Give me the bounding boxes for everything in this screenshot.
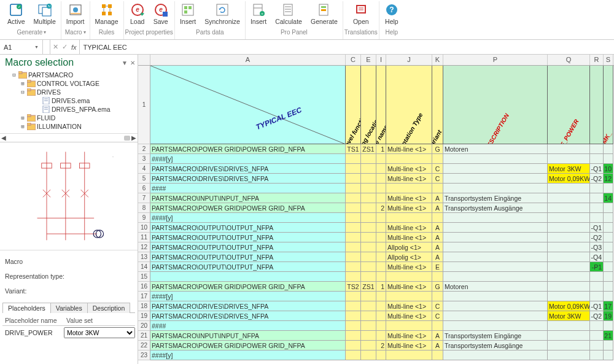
cell-Q[interactable] xyxy=(548,184,590,193)
cell-A[interactable]: PARTSMACRO\OUTPUT\OUTPUT_NFPA xyxy=(150,233,346,242)
cell-K[interactable]: C xyxy=(432,301,443,311)
tree-toggle-icon[interactable]: ⊞ xyxy=(20,115,26,121)
cell-K[interactable] xyxy=(432,292,443,301)
cell-P[interactable] xyxy=(443,184,548,193)
cell-P[interactable] xyxy=(443,223,548,233)
cell-J[interactable]: Allpolig <1> xyxy=(386,242,432,252)
cell-Q[interactable] xyxy=(548,272,590,282)
cell-C[interactable]: TS2 xyxy=(346,282,361,292)
cell-K[interactable]: A xyxy=(432,223,443,233)
cell-S[interactable] xyxy=(604,252,613,262)
col-I-header[interactable]: I xyxy=(376,55,386,65)
cell-J[interactable] xyxy=(386,321,432,331)
cell-A[interactable]: ####[y] xyxy=(150,292,346,301)
cell-P[interactable]: Motoren xyxy=(443,144,548,154)
col-P-header[interactable]: P xyxy=(443,55,548,65)
cell-S[interactable] xyxy=(604,262,613,272)
cell-J[interactable]: Allpolig <1> xyxy=(386,252,432,262)
cell-S[interactable] xyxy=(604,292,613,301)
load-button[interactable]: eLoad xyxy=(126,1,149,26)
row-18-header[interactable]: 18 xyxy=(138,301,150,311)
cell-R[interactable]: -P1 xyxy=(590,262,604,272)
cell-I[interactable]: 1 xyxy=(376,144,386,154)
cell-P[interactable] xyxy=(443,154,548,164)
generate-button[interactable]: Generate xyxy=(307,1,341,26)
cell-I[interactable] xyxy=(376,321,386,331)
cell-J[interactable] xyxy=(386,292,432,301)
cell-R[interactable] xyxy=(590,321,604,331)
row-8-header[interactable]: 8 xyxy=(138,203,150,213)
cell-J[interactable]: Multi-line <1> xyxy=(386,311,432,321)
active-button[interactable]: ✓Active xyxy=(4,1,29,26)
calculate-button[interactable]: Calculate xyxy=(271,1,306,26)
cell-A[interactable]: PARTSMACRO\OUTPUT\OUTPUT_NFPA xyxy=(150,223,346,233)
cell-P[interactable] xyxy=(443,242,548,252)
cell-Q[interactable] xyxy=(548,144,590,154)
cell-S[interactable] xyxy=(604,154,613,164)
expand-icon[interactable]: ▾ xyxy=(84,29,86,35)
cell-I[interactable] xyxy=(376,272,386,282)
cell-P[interactable]: Transportsystem Eingänge xyxy=(443,193,548,203)
cell-K[interactable] xyxy=(432,184,443,193)
cell-A[interactable]: ####[y] xyxy=(150,213,346,223)
cell-S[interactable] xyxy=(604,223,613,233)
cell-J[interactable]: Multi-line <1> xyxy=(386,282,432,292)
cell-A[interactable]: PARTSMACRO\POWER GRID\POWER GRID_NFPA xyxy=(150,282,346,292)
cell-C[interactable] xyxy=(346,350,361,360)
cell-I[interactable] xyxy=(376,331,386,341)
cell-R[interactable] xyxy=(590,350,604,360)
cell-E[interactable] xyxy=(361,252,376,262)
cell-R[interactable]: -Q2 xyxy=(590,174,604,184)
cell-K[interactable]: C xyxy=(432,164,443,174)
tree-toggle-icon[interactable]: ⊟ xyxy=(20,89,26,95)
cell-A[interactable]: PARTSMACRO\INPUT\INPUT_NFPA xyxy=(150,193,346,203)
label-cell-R[interactable] xyxy=(590,66,604,144)
row-9-header[interactable]: 9 xyxy=(138,213,150,223)
cell-C[interactable] xyxy=(346,321,361,331)
col-J-header[interactable]: J xyxy=(386,55,432,65)
cell-J[interactable]: Multi-line <1> xyxy=(386,301,432,311)
row-3-header[interactable]: 3 xyxy=(138,154,150,164)
cell-J[interactable] xyxy=(386,154,432,164)
cell-A[interactable]: PARTSMACRO\DRIVES\DRIVES_NFPA xyxy=(150,311,346,321)
cell-A[interactable]: #### xyxy=(150,184,346,193)
cell-S[interactable] xyxy=(604,341,613,350)
cell-K[interactable]: G xyxy=(432,144,443,154)
cell-E[interactable] xyxy=(361,350,376,360)
cell-E[interactable] xyxy=(361,242,376,252)
tree-toggle-icon[interactable]: ⊟ xyxy=(11,72,17,78)
cell-K[interactable]: A xyxy=(432,242,443,252)
cell-S[interactable] xyxy=(604,144,613,154)
cell-A[interactable]: ####[y] xyxy=(150,154,346,164)
macro-tree[interactable]: ⊟PARTSMACRO⊞CONTROL VOLTAGE⊟DRIVESDRIVES… xyxy=(0,69,138,134)
cell-E[interactable] xyxy=(361,301,376,311)
cell-K[interactable]: A xyxy=(432,233,443,242)
cell-E[interactable] xyxy=(361,223,376,233)
cell-E[interactable] xyxy=(361,164,376,174)
cell-C[interactable] xyxy=(346,311,361,321)
row-1-header[interactable]: 1 xyxy=(138,66,150,144)
tree-scrollbar[interactable]: ◀ ▶ xyxy=(0,134,138,142)
select-all-corner[interactable] xyxy=(138,55,150,65)
cell-I[interactable] xyxy=(376,311,386,321)
col-C-header[interactable]: C xyxy=(346,55,361,65)
cell-I[interactable] xyxy=(376,184,386,193)
placeholder-value-select[interactable]: Motor 3KW xyxy=(64,327,135,338)
cell-A[interactable]: PARTSMACRO\DRIVES\DRIVES_NFPA xyxy=(150,174,346,184)
row-14-header[interactable]: 14 xyxy=(138,262,150,272)
import-button[interactable]: Import xyxy=(63,1,88,26)
cell-C[interactable] xyxy=(346,272,361,282)
row-7-header[interactable]: 7 xyxy=(138,193,150,203)
cancel-icon[interactable]: ✕ xyxy=(53,43,58,51)
cell-S[interactable] xyxy=(604,233,613,242)
col-S-header[interactable]: S xyxy=(604,55,613,65)
cell-E[interactable] xyxy=(361,311,376,321)
cell-S[interactable] xyxy=(604,321,613,331)
save-button[interactable]: eSave xyxy=(150,1,172,26)
tab-description[interactable]: Description xyxy=(87,303,131,313)
cell-P[interactable] xyxy=(443,252,548,262)
cell-R[interactable]: -Q3 xyxy=(590,242,604,252)
cell-P[interactable] xyxy=(443,321,548,331)
cell-E[interactable] xyxy=(361,331,376,341)
cell-K[interactable] xyxy=(432,350,443,360)
